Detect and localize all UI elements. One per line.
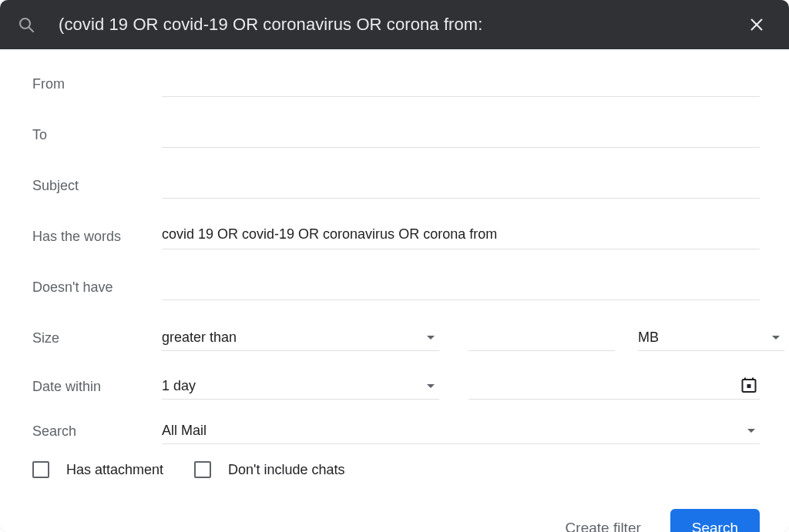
calendar-icon[interactable] [738, 374, 760, 396]
from-row: From [32, 71, 760, 97]
size-unit-select[interactable]: MB [638, 330, 784, 351]
exclude-chats-label: Don't include chats [228, 462, 345, 478]
search-in-label: Search [32, 423, 162, 444]
search-options-panel: From To Subject Has the words Doesn't ha… [0, 49, 789, 532]
svg-line-1 [29, 28, 33, 32]
size-label: Size [32, 330, 162, 351]
date-label: Date within [32, 379, 162, 400]
svg-rect-5 [747, 384, 751, 388]
doesnt-have-row: Doesn't have [32, 274, 760, 300]
dialog-actions: Create filter Search [32, 509, 760, 532]
to-row: To [32, 122, 760, 148]
date-row: Date within 1 day [32, 374, 760, 400]
has-attachment-label: Has attachment [66, 462, 163, 478]
svg-point-0 [20, 18, 30, 28]
checkbox-row: Has attachment Don't include chats [32, 461, 760, 478]
subject-row: Subject [32, 172, 760, 199]
search-in-select[interactable]: All Mail [162, 423, 760, 444]
search-in-value: All Mail [162, 423, 747, 439]
checkbox-icon [32, 461, 49, 478]
search-query-input[interactable] [57, 14, 741, 35]
subject-label: Subject [32, 178, 162, 199]
size-relation-value: greater than [162, 330, 427, 346]
search-icon [17, 15, 35, 34]
size-row: Size greater than MB [32, 325, 760, 351]
doesnt-have-input[interactable] [162, 274, 760, 300]
chevron-down-icon [427, 384, 435, 388]
chevron-down-icon [427, 336, 435, 340]
close-button[interactable] [741, 9, 772, 40]
checkbox-icon [194, 461, 211, 478]
search-in-row: Search All Mail [32, 423, 760, 444]
advanced-search-dialog: From To Subject Has the words Doesn't ha… [0, 0, 789, 532]
chevron-down-icon [772, 336, 780, 340]
has-words-row: Has the words [32, 223, 760, 249]
doesnt-have-label: Doesn't have [32, 279, 162, 300]
search-topbar [0, 0, 789, 49]
size-amount-input[interactable] [468, 325, 615, 351]
date-field [468, 374, 760, 400]
subject-input[interactable] [162, 172, 760, 199]
has-attachment-checkbox[interactable]: Has attachment [32, 461, 163, 478]
create-filter-button[interactable]: Create filter [562, 512, 644, 532]
size-unit-value: MB [638, 330, 772, 346]
to-input[interactable] [162, 122, 760, 148]
search-button[interactable]: Search [670, 509, 760, 532]
size-relation-select[interactable]: greater than [162, 330, 439, 351]
date-input[interactable] [468, 376, 738, 394]
from-input[interactable] [162, 71, 760, 97]
chevron-down-icon [747, 429, 755, 433]
to-label: To [32, 127, 162, 148]
has-words-input[interactable] [162, 223, 760, 249]
from-label: From [32, 76, 162, 97]
exclude-chats-checkbox[interactable]: Don't include chats [194, 461, 345, 478]
date-range-select[interactable]: 1 day [162, 378, 439, 400]
has-words-label: Has the words [32, 229, 162, 249]
date-range-value: 1 day [162, 378, 427, 394]
